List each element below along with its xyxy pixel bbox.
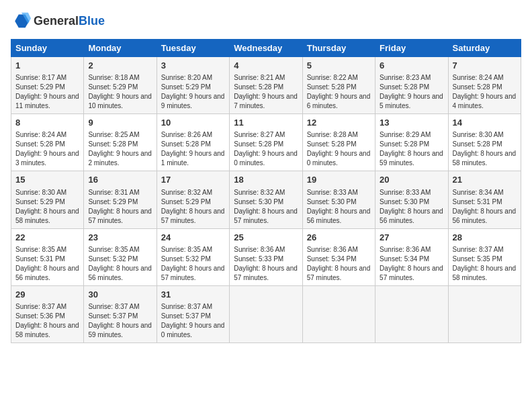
list-item: 22Sunrise: 8:35 AMSunset: 5:31 PMDayligh…: [11, 228, 84, 285]
day-number: 8: [15, 117, 79, 129]
day-info: Sunset: 5:28 PM: [161, 140, 225, 149]
day-number: 10: [161, 117, 225, 129]
day-info: Sunrise: 8:33 AM: [380, 188, 443, 197]
list-item: 27Sunrise: 8:36 AMSunset: 5:34 PMDayligh…: [375, 228, 448, 285]
day-info: Daylight: 8 hours and 57 minutes.: [307, 264, 371, 283]
day-number: 14: [453, 117, 517, 129]
day-info: Sunrise: 8:35 AM: [15, 245, 79, 255]
table-row: 8Sunrise: 8:24 AMSunset: 5:28 PMDaylight…: [11, 114, 521, 171]
day-info: Sunset: 5:33 PM: [234, 255, 298, 264]
list-item: 14Sunrise: 8:30 AMSunset: 5:28 PMDayligh…: [448, 114, 521, 171]
day-info: Daylight: 9 hours and 5 minutes.: [380, 92, 443, 111]
day-info: Sunset: 5:35 PM: [453, 255, 517, 264]
list-item: 26Sunrise: 8:36 AMSunset: 5:34 PMDayligh…: [302, 228, 375, 285]
list-item: 25Sunrise: 8:36 AMSunset: 5:33 PMDayligh…: [230, 228, 302, 285]
day-info: Sunset: 5:29 PM: [161, 197, 225, 207]
day-info: Sunrise: 8:23 AM: [380, 73, 443, 83]
list-item: 9Sunrise: 8:25 AMSunset: 5:28 PMDaylight…: [84, 114, 157, 171]
list-item: 17Sunrise: 8:32 AMSunset: 5:29 PMDayligh…: [157, 171, 229, 228]
day-info: Sunrise: 8:20 AM: [161, 73, 225, 83]
day-info: Sunset: 5:28 PM: [88, 140, 152, 149]
day-info: Sunset: 5:28 PM: [380, 83, 443, 92]
day-number: 5: [307, 60, 371, 72]
day-info: Sunrise: 8:32 AM: [161, 188, 225, 197]
day-info: Sunset: 5:30 PM: [307, 197, 371, 207]
day-number: 28: [453, 232, 517, 244]
day-number: 4: [234, 60, 298, 72]
day-info: Daylight: 8 hours and 56 minutes.: [88, 264, 152, 283]
logo-icon: [12, 11, 31, 30]
day-info: Sunrise: 8:36 AM: [307, 245, 371, 255]
list-item: 11Sunrise: 8:27 AMSunset: 5:28 PMDayligh…: [230, 114, 302, 171]
list-item: 28Sunrise: 8:37 AMSunset: 5:35 PMDayligh…: [448, 228, 521, 285]
logo-general: General: [34, 14, 79, 28]
day-info: Sunrise: 8:18 AM: [88, 73, 152, 83]
day-info: Daylight: 8 hours and 56 minutes.: [380, 207, 443, 226]
calendar-table: Sunday Monday Tuesday Wednesday Thursday…: [11, 39, 521, 343]
list-item: 10Sunrise: 8:26 AMSunset: 5:28 PMDayligh…: [157, 114, 229, 171]
col-tuesday: Tuesday: [157, 40, 229, 57]
day-info: Sunset: 5:29 PM: [15, 83, 79, 92]
day-info: Sunrise: 8:33 AM: [307, 188, 371, 197]
day-info: Sunset: 5:29 PM: [15, 197, 79, 207]
list-item: 29Sunrise: 8:37 AMSunset: 5:36 PMDayligh…: [11, 285, 84, 342]
day-info: Daylight: 9 hours and 6 minutes.: [307, 92, 371, 111]
day-number: 17: [161, 174, 225, 186]
day-info: Sunset: 5:28 PM: [15, 140, 79, 149]
day-info: Sunrise: 8:30 AM: [453, 130, 517, 140]
list-item: [230, 285, 302, 342]
day-info: Daylight: 8 hours and 56 minutes.: [307, 207, 371, 226]
day-info: Sunset: 5:28 PM: [380, 140, 443, 149]
day-number: 3: [161, 60, 225, 72]
day-info: Sunset: 5:28 PM: [307, 83, 371, 92]
day-number: 12: [307, 117, 371, 129]
day-number: 21: [453, 174, 517, 186]
day-number: 11: [234, 117, 298, 129]
table-row: 22Sunrise: 8:35 AMSunset: 5:31 PMDayligh…: [11, 228, 521, 285]
day-info: Daylight: 8 hours and 57 minutes.: [234, 264, 298, 283]
col-saturday: Saturday: [448, 40, 521, 57]
day-info: Sunset: 5:34 PM: [307, 255, 371, 264]
day-info: Sunrise: 8:31 AM: [88, 188, 152, 197]
day-info: Sunrise: 8:22 AM: [307, 73, 371, 83]
day-info: Sunrise: 8:37 AM: [88, 302, 152, 312]
day-info: Daylight: 8 hours and 59 minutes.: [380, 149, 443, 168]
day-info: Sunrise: 8:25 AM: [88, 130, 152, 140]
list-item: 12Sunrise: 8:28 AMSunset: 5:28 PMDayligh…: [302, 114, 375, 171]
day-info: Sunset: 5:30 PM: [234, 197, 298, 207]
day-number: 29: [15, 289, 79, 301]
header-row: Sunday Monday Tuesday Wednesday Thursday…: [11, 40, 521, 57]
day-info: Daylight: 8 hours and 57 minutes.: [234, 207, 298, 226]
col-thursday: Thursday: [302, 40, 375, 57]
day-info: Daylight: 9 hours and 7 minutes.: [234, 92, 298, 111]
list-item: [302, 285, 375, 342]
day-number: 30: [88, 289, 152, 301]
day-info: Sunset: 5:37 PM: [88, 312, 152, 321]
list-item: 5Sunrise: 8:22 AMSunset: 5:28 PMDaylight…: [302, 57, 375, 114]
day-info: Sunrise: 8:17 AM: [15, 73, 79, 83]
day-info: Daylight: 8 hours and 59 minutes.: [88, 321, 152, 340]
day-info: Daylight: 8 hours and 56 minutes.: [453, 207, 517, 226]
day-number: 15: [15, 174, 79, 186]
day-info: Daylight: 9 hours and 0 minutes.: [161, 321, 225, 340]
day-info: Sunrise: 8:24 AM: [15, 130, 79, 140]
day-number: 1: [15, 60, 79, 72]
day-info: Sunset: 5:36 PM: [15, 312, 79, 321]
logo-blue: Blue: [79, 14, 105, 28]
list-item: 15Sunrise: 8:30 AMSunset: 5:29 PMDayligh…: [11, 171, 84, 228]
day-info: Sunrise: 8:36 AM: [380, 245, 443, 255]
day-number: 23: [88, 232, 152, 244]
list-item: 19Sunrise: 8:33 AMSunset: 5:30 PMDayligh…: [302, 171, 375, 228]
day-number: 25: [234, 232, 298, 244]
day-info: Daylight: 9 hours and 0 minutes.: [307, 149, 371, 168]
day-info: Sunset: 5:32 PM: [88, 255, 152, 264]
list-item: 8Sunrise: 8:24 AMSunset: 5:28 PMDaylight…: [11, 114, 84, 171]
day-number: 20: [380, 174, 443, 186]
main-container: GeneralBlue Sunday Monday Tuesday Wednes…: [0, 0, 532, 349]
day-number: 22: [15, 232, 79, 244]
day-info: Sunset: 5:30 PM: [380, 197, 443, 207]
day-number: 19: [307, 174, 371, 186]
col-sunday: Sunday: [11, 40, 84, 57]
day-number: 18: [234, 174, 298, 186]
day-info: Sunset: 5:28 PM: [453, 83, 517, 92]
